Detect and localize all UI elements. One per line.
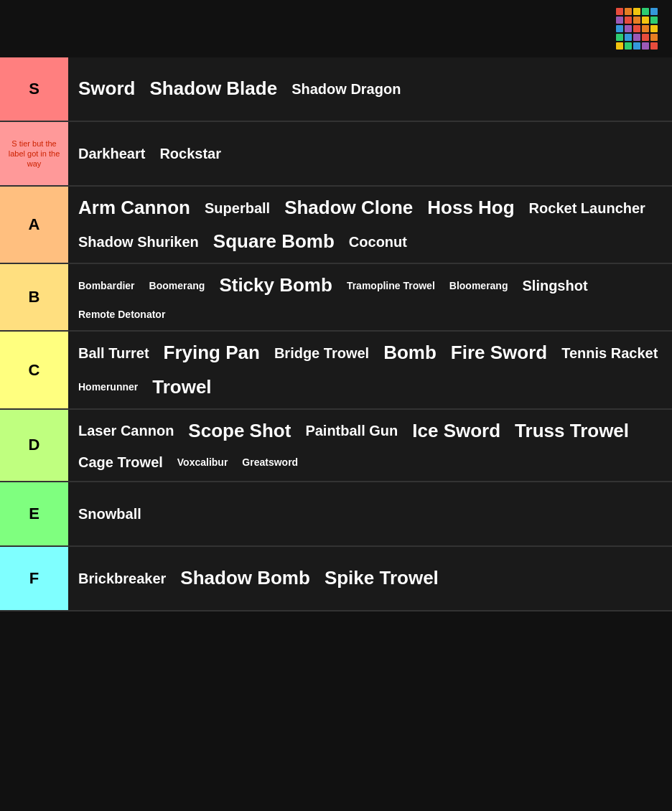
tier-item-s-0: Sword (73, 73, 141, 104)
tier-content-s-note: DarkheartRockstar (68, 122, 672, 185)
tier-item-a-1: Superball (199, 195, 276, 221)
tier-content-f: BrickbreakerShadow BombSpike Trowel (68, 547, 672, 610)
logo-cell (625, 17, 632, 24)
tier-item-d-5: Cage Trowel (73, 449, 169, 475)
tier-item-b-2: Sticky Bomb (213, 270, 338, 301)
logo-cell (650, 8, 658, 15)
logo-cell (642, 34, 649, 41)
tier-row-c: CBall TurretFrying PanBridge TrowelBombF… (0, 332, 672, 409)
tier-label-f: F (0, 547, 68, 610)
logo-cell (642, 17, 649, 24)
page-container: SSwordShadow BladeShadow DragonS tier bu… (0, 0, 672, 611)
tier-container: SSwordShadow BladeShadow DragonS tier bu… (0, 57, 672, 611)
tier-item-d-4: Truss Trowel (509, 416, 635, 446)
logo-cell (633, 34, 640, 41)
tier-row-d: DLaser CannonScope ShotPaintball GunIce … (0, 410, 672, 482)
logo-cell (616, 8, 623, 15)
tier-item-d-2: Paintball Gun (299, 418, 403, 444)
logo-cell (633, 17, 640, 24)
tier-item-f-0: Brickbreaker (73, 566, 172, 591)
tier-item-c-3: Bomb (378, 337, 442, 368)
tier-item-c-2: Bridge Trowel (269, 340, 375, 366)
logo-cell (633, 25, 640, 32)
logo-cell (650, 42, 658, 50)
tier-label-c: C (0, 332, 68, 408)
tier-item-d-6: Voxcalibur (172, 452, 234, 473)
tier-item-d-1: Scope Shot (182, 416, 297, 446)
tier-item-c-5: Tennis Racket (556, 340, 663, 366)
tier-row-b: BBombardierBoomerangSticky BombTramoplin… (0, 264, 672, 332)
tier-item-f-2: Spike Trowel (319, 563, 444, 594)
tier-row-f: FBrickbreakerShadow BombSpike Trowel (0, 547, 672, 611)
tier-item-a-5: Shadow Shuriken (73, 229, 205, 255)
tier-item-b-5: Slingshot (516, 273, 593, 299)
tier-content-d: Laser CannonScope ShotPaintball GunIce S… (68, 410, 672, 481)
logo-cell (625, 34, 632, 41)
logo-cell (616, 25, 623, 32)
tier-content-e: Snowball (68, 482, 672, 545)
tier-item-c-7: Trowel (146, 372, 217, 403)
tier-label-e: E (0, 482, 68, 545)
tier-item-d-7: Greatsword (236, 452, 304, 473)
logo-cell (616, 34, 623, 41)
logo-cell (633, 42, 640, 50)
tier-item-b-0: Bombardier (73, 276, 141, 296)
tier-item-c-1: Frying Pan (158, 337, 266, 368)
tier-item-c-6: Homerunner (73, 377, 144, 398)
tier-label-a: A (0, 187, 68, 263)
tier-item-b-6: Remote Detonator (73, 304, 171, 325)
logo-cell (625, 8, 632, 15)
tier-label-s-note: S tier but the label got in the way (0, 122, 68, 185)
logo-cell (650, 17, 658, 24)
tier-item-a-7: Coconut (343, 229, 413, 255)
tier-row-s: SSwordShadow BladeShadow Dragon (0, 57, 672, 122)
tier-item-s-note-1: Rockstar (154, 141, 227, 167)
logo-cell (650, 25, 658, 32)
logo-cell (625, 25, 632, 32)
tier-item-s-note-0: Darkheart (73, 141, 151, 167)
tier-content-b: BombardierBoomerangSticky BombTramopline… (68, 264, 672, 330)
tier-content-s: SwordShadow BladeShadow Dragon (68, 57, 672, 121)
tier-item-a-3: Hoss Hog (421, 192, 520, 223)
logo-cell (650, 34, 658, 41)
tier-row-s-note: S tier but the label got in the wayDarkh… (0, 122, 672, 187)
tier-item-f-1: Shadow Bomb (174, 563, 316, 594)
tier-label-s: S (0, 57, 68, 121)
tier-item-c-0: Ball Turret (73, 340, 155, 366)
logo-cell (616, 17, 623, 24)
tier-content-a: Arm CannonSuperballShadow CloneHoss HogR… (68, 187, 672, 263)
tier-item-b-4: Bloomerang (444, 276, 514, 296)
tier-content-c: Ball TurretFrying PanBridge TrowelBombFi… (68, 332, 672, 408)
tier-item-a-4: Rocket Launcher (523, 195, 651, 221)
header (0, 0, 672, 57)
tier-label-d: D (0, 410, 68, 481)
tier-row-a: AArm CannonSuperballShadow CloneHoss Hog… (0, 187, 672, 264)
logo-cell (616, 42, 623, 50)
logo-cell (642, 25, 649, 32)
tier-item-a-2: Shadow Clone (279, 192, 419, 223)
tier-label-b: B (0, 264, 68, 330)
tier-item-b-1: Boomerang (144, 276, 211, 296)
tier-item-s-1: Shadow Blade (144, 73, 283, 104)
tier-item-b-3: Tramopline Trowel (341, 276, 441, 296)
tier-item-d-0: Laser Cannon (73, 418, 179, 444)
logo-cell (625, 42, 632, 50)
tier-item-c-4: Fire Sword (445, 337, 553, 368)
tier-item-d-3: Ice Sword (406, 416, 506, 446)
tiermaker-logo (616, 8, 663, 50)
tier-item-s-2: Shadow Dragon (286, 76, 406, 102)
logo-cell (642, 8, 649, 15)
logo-grid (616, 8, 658, 50)
tier-item-a-0: Arm Cannon (73, 192, 196, 223)
logo-cell (642, 42, 649, 50)
tier-item-a-6: Square Bomb (207, 226, 340, 257)
tier-item-e-0: Snowball (73, 501, 147, 527)
tier-row-e: ESnowball (0, 482, 672, 547)
logo-cell (633, 8, 640, 15)
